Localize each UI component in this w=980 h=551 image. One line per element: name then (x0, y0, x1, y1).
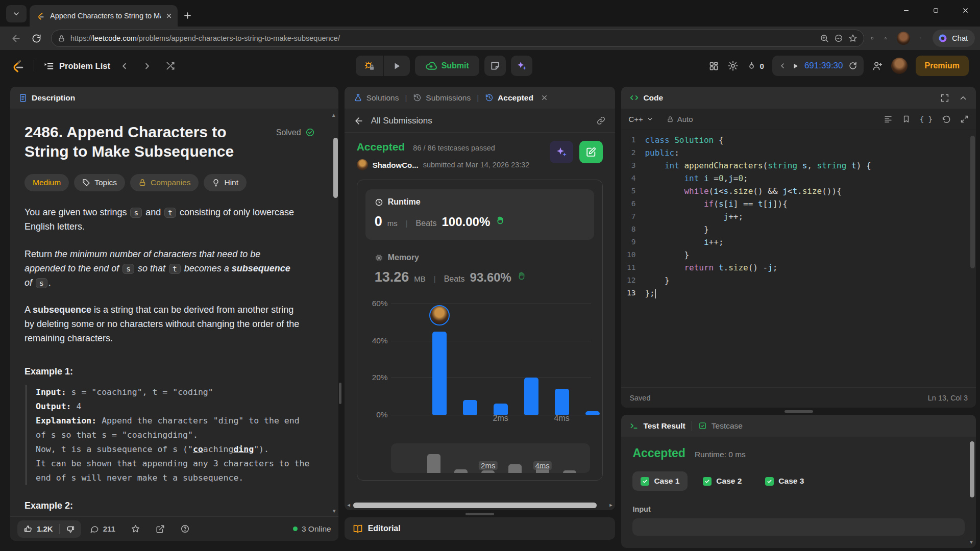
bookmark-star-icon[interactable] (848, 34, 857, 43)
premium-button[interactable]: Premium (916, 56, 969, 76)
code-line[interactable]: 3 int appendCharacters(string s, string … (621, 159, 976, 172)
ai-assistant-button[interactable] (511, 56, 532, 76)
streak-counter[interactable]: 0 (747, 61, 764, 71)
topics-button[interactable]: Topics (74, 174, 125, 191)
random-problem-button[interactable] (161, 61, 180, 71)
chart-bar[interactable] (555, 389, 569, 415)
code-line[interactable]: 5 while(i<s.size() && j<t.size()){ (621, 185, 976, 197)
more-options-icon[interactable] (834, 34, 843, 43)
leetcode-logo[interactable] (11, 59, 24, 72)
tab-testcase[interactable]: Testcase (698, 421, 743, 431)
scroll-left-icon[interactable]: ◄ (347, 502, 351, 508)
cursor-position[interactable]: Ln 13, Col 3 (928, 394, 968, 402)
submitter-avatar[interactable] (357, 159, 368, 170)
like-button[interactable]: 1.2K (17, 520, 59, 538)
debug-button[interactable] (356, 56, 383, 76)
address-bar[interactable]: https://leetcode.com/problems/append-cha… (51, 30, 864, 47)
autocomplete-toggle[interactable]: Auto (667, 115, 693, 123)
braces-icon[interactable]: { } (920, 115, 933, 123)
prev-problem-button[interactable] (115, 61, 133, 71)
bookmark-icon[interactable] (902, 115, 911, 123)
chart-bar[interactable] (463, 400, 477, 415)
browser-profile-avatar[interactable] (897, 32, 910, 45)
code-line[interactable]: 10 } (621, 248, 976, 261)
refresh-button[interactable] (28, 34, 45, 43)
description-tab[interactable]: Description (10, 87, 338, 109)
test-scrollbar-thumb[interactable] (970, 441, 974, 497)
browser-menu-icon[interactable] (916, 34, 925, 43)
code-line[interactable]: 1class Solution { (621, 134, 976, 146)
code-line[interactable]: 9 i++; (621, 236, 976, 248)
minimize-button[interactable] (891, 0, 921, 20)
help-button[interactable] (174, 524, 197, 534)
favorite-button[interactable] (124, 524, 147, 534)
dislike-button[interactable] (60, 520, 81, 538)
code-line[interactable]: 7 j++; (621, 210, 976, 223)
zoom-in-icon[interactable] (820, 34, 829, 43)
runtime-card[interactable]: Runtime 0 ms | Beats 100.00% (365, 189, 595, 240)
chart-bar[interactable] (524, 378, 538, 415)
editor-scrollbar-thumb[interactable] (970, 136, 975, 268)
scrollbar-thumb[interactable] (353, 503, 597, 508)
all-submissions-label[interactable]: All Submissions (371, 116, 432, 126)
next-problem-button[interactable] (138, 61, 156, 71)
code-line[interactable]: 2public: (621, 146, 976, 159)
scroll-down-icon[interactable]: ▼ (969, 539, 974, 545)
scroll-down-icon[interactable]: ▼ (332, 508, 337, 514)
tab-test-result[interactable]: Test Result (629, 421, 685, 431)
back-button[interactable] (7, 33, 24, 44)
back-icon[interactable] (354, 116, 364, 126)
favorites-icon[interactable] (880, 33, 891, 43)
copilot-chat-button[interactable]: Chat (933, 30, 975, 47)
row-resize-handle[interactable] (345, 510, 616, 517)
close-window-button[interactable] (950, 0, 980, 20)
hint-button[interactable]: Hint (204, 174, 247, 191)
chart-bar[interactable] (494, 404, 508, 415)
expand-editor-icon[interactable] (960, 115, 969, 123)
scroll-up-icon[interactable]: ▲ (331, 112, 337, 118)
distribution-minimap[interactable]: 2ms4ms (391, 443, 591, 473)
code-line[interactable]: 12 } (621, 274, 976, 287)
timer-reset-icon[interactable] (848, 61, 857, 70)
user-avatar[interactable] (891, 58, 908, 74)
invite-user-icon[interactable] (872, 60, 883, 71)
runtime-distribution-chart[interactable]: 0%20%40%60%2ms4ms (365, 299, 595, 433)
difficulty-badge[interactable]: Medium (24, 174, 69, 191)
code-line[interactable]: 4 int i =0,j=0; (621, 172, 976, 185)
editorial-panel[interactable]: Editorial (345, 517, 616, 540)
problem-list-button[interactable]: Problem List (43, 61, 110, 71)
submitter-name[interactable]: ShadowCo... (373, 161, 419, 169)
tab-accepted[interactable]: Accepted (483, 93, 535, 103)
notes-button[interactable] (484, 56, 506, 76)
tab-submissions[interactable]: Submissions (411, 93, 473, 103)
companies-button[interactable]: Companies (130, 174, 199, 191)
edit-solution-button[interactable] (579, 141, 603, 163)
case-chip[interactable]: Case 3 (757, 471, 812, 491)
scroll-right-icon[interactable]: ► (608, 502, 613, 508)
reset-code-icon[interactable] (942, 115, 951, 124)
extensions-icon[interactable] (867, 33, 877, 43)
code-line[interactable]: 11 return t.size() -j; (621, 261, 976, 274)
submit-button[interactable]: Submit (415, 56, 479, 76)
tab-solutions[interactable]: Solutions (352, 93, 401, 103)
ai-analyze-button[interactable] (550, 141, 573, 163)
format-code-icon[interactable] (884, 115, 893, 124)
copy-link-icon[interactable] (596, 116, 606, 126)
panel-resize-handle[interactable] (339, 383, 341, 404)
new-tab-button[interactable] (183, 11, 192, 20)
row-resize-handle[interactable] (621, 408, 976, 415)
description-scrollbar-thumb[interactable] (333, 138, 338, 198)
settings-gear-icon[interactable] (727, 60, 739, 71)
case-chip[interactable]: Case 2 (695, 471, 750, 491)
memory-block[interactable]: Memory 13.26 MB | Beats 93.60% (365, 240, 595, 288)
maximize-button[interactable] (921, 0, 950, 20)
horizontal-scrollbar[interactable]: ◄ ► (347, 502, 614, 508)
code-line[interactable]: 6 if(s[i] == t[j]){ (621, 197, 976, 210)
input-field[interactable] (632, 518, 965, 536)
chart-bar[interactable] (585, 411, 600, 415)
browser-tab[interactable]: Append Characters to String to Ma (30, 5, 178, 27)
language-selector[interactable]: C++ (628, 115, 657, 123)
run-button[interactable] (384, 56, 410, 76)
case-chip[interactable]: Case 1 (632, 471, 688, 491)
timer-play-icon[interactable] (792, 62, 799, 70)
